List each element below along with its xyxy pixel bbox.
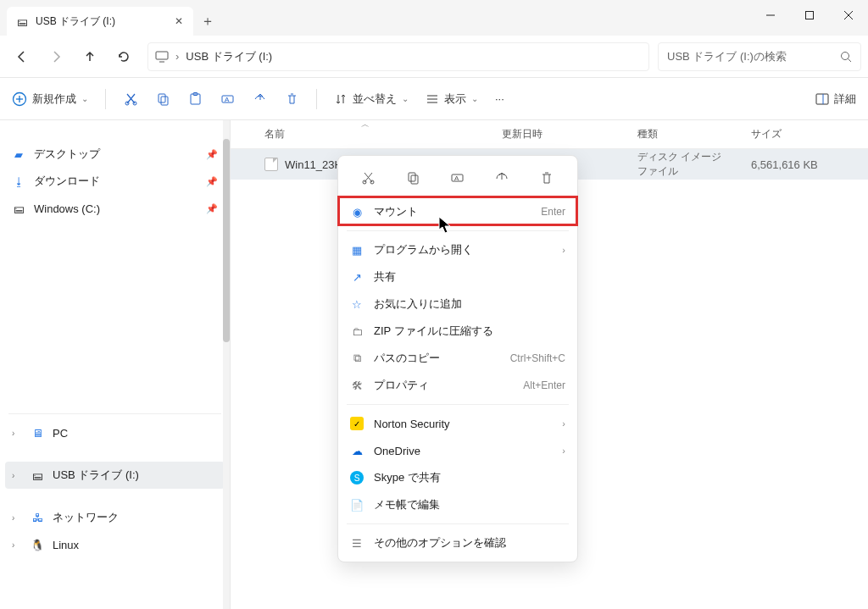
ctx-share[interactable]: ↗ 共有 — [338, 263, 577, 291]
ctx-share-button[interactable] — [488, 164, 515, 191]
iso-file-icon — [264, 158, 278, 171]
column-date[interactable]: 更新日時 — [493, 127, 629, 141]
ctx-skype[interactable]: S Skype で共有 — [338, 464, 577, 491]
sidebar-item-desktop[interactable]: ▰ デスクトップ 📌 — [0, 141, 230, 168]
sidebar-item-downloads[interactable]: ⭳ ダウンロード 📌 — [0, 168, 230, 195]
ctx-open-with[interactable]: ▦ プログラムから開く › — [338, 236, 577, 263]
onedrive-icon: ☁ — [350, 445, 364, 457]
window-close-button[interactable] — [829, 0, 868, 30]
star-icon: ☆ — [350, 298, 364, 311]
ctx-onedrive[interactable]: ☁ OneDrive › — [338, 437, 577, 464]
address-label: USB ドライブ (I:) — [186, 49, 272, 64]
more-button[interactable]: ··· — [495, 92, 504, 105]
new-button[interactable]: 新規作成 ⌄ — [12, 91, 88, 107]
pin-icon: 📌 — [206, 149, 218, 160]
refresh-button[interactable] — [108, 42, 139, 72]
separator — [105, 89, 106, 109]
new-tab-button[interactable]: ＋ — [193, 7, 222, 36]
context-icon-bar: A — [338, 161, 577, 198]
forward-button[interactable] — [41, 42, 71, 72]
chevron-down-icon: ⌄ — [402, 94, 409, 103]
ctx-label: パスのコピー — [374, 351, 500, 366]
address-bar[interactable]: › USB ドライブ (I:) — [147, 42, 649, 71]
chevron-right-icon: › — [12, 540, 20, 550]
ctx-more-options[interactable]: ☰ その他のオプションを確認 — [338, 529, 577, 556]
linux-icon: 🐧 — [31, 539, 44, 551]
ctx-properties[interactable]: 🛠 プロパティ Alt+Enter — [338, 372, 577, 399]
sidebar-item-network[interactable]: › 🖧 ネットワーク — [0, 504, 230, 531]
view-icon — [426, 92, 439, 106]
search-placeholder: USB ドライブ (I:)の検索 — [667, 49, 840, 64]
maximize-button[interactable] — [790, 0, 829, 30]
sidebar-item-label: ネットワーク — [53, 510, 119, 525]
copy-path-icon: ⧉ — [350, 352, 364, 365]
details-icon — [815, 92, 829, 106]
window-controls — [751, 0, 868, 30]
ctx-norton[interactable]: ✓ Norton Security › — [338, 410, 577, 437]
details-pane-button[interactable]: 詳細 — [815, 91, 856, 107]
svg-point-6 — [842, 52, 849, 59]
paste-button[interactable] — [187, 91, 203, 107]
separator — [347, 404, 569, 405]
ctx-mount[interactable]: ◉ マウント Enter — [338, 198, 577, 225]
copy-button[interactable] — [155, 91, 170, 107]
delete-button[interactable] — [284, 91, 299, 107]
cut-button[interactable] — [123, 91, 138, 107]
column-size[interactable]: サイズ — [743, 127, 868, 141]
sort-label: 並べ替え — [353, 91, 397, 107]
sidebar-item-windows-c[interactable]: 🖴 Windows (C:) 📌 — [0, 195, 230, 222]
drive-icon: 🖴 — [17, 15, 29, 28]
scrollbar-thumb[interactable] — [223, 139, 230, 342]
ctx-favorite[interactable]: ☆ お気に入りに追加 — [338, 291, 577, 318]
ctx-zip[interactable]: 🗀 ZIP ファイルに圧縮する — [338, 318, 577, 345]
minimize-button[interactable] — [751, 0, 790, 30]
zip-icon: 🗀 — [350, 325, 364, 338]
svg-rect-1 — [806, 12, 814, 19]
separator — [347, 523, 569, 524]
download-icon: ⭳ — [12, 175, 25, 188]
chevron-right-icon: › — [12, 513, 20, 523]
sidebar: ▰ デスクトップ 📌 ⭳ ダウンロード 📌 🖴 Windows (C:) 📌 ›… — [0, 120, 231, 609]
usb-drive-icon: 🖴 — [31, 469, 44, 482]
tab-active[interactable]: 🖴 USB ドライブ (I:) ✕ — [7, 7, 193, 36]
sort-button[interactable]: 並べ替え ⌄ — [334, 91, 409, 107]
ctx-notepad[interactable]: 📄 メモ帳で編集 — [338, 491, 577, 518]
network-icon: 🖧 — [31, 512, 44, 524]
ctx-copy-path[interactable]: ⧉ パスのコピー Ctrl+Shift+C — [338, 345, 577, 372]
svg-line-7 — [849, 58, 852, 62]
ctx-cut-button[interactable] — [355, 164, 382, 191]
ctx-delete-button[interactable] — [533, 164, 560, 191]
column-headers: 名前 ︿ 更新日時 種類 サイズ — [231, 120, 868, 149]
open-with-icon: ▦ — [350, 244, 364, 257]
separator — [347, 230, 569, 231]
context-menu: A ◉ マウント Enter ▦ プログラムから開く › ↗ 共有 ☆ お気に入… — [337, 155, 578, 562]
sidebar-item-usb[interactable]: › 🖴 USB ドライブ (I:) — [5, 462, 225, 489]
sidebar-scrollbar[interactable] — [223, 120, 230, 609]
sidebar-item-label: PC — [53, 427, 68, 440]
tab-close-icon[interactable]: ✕ — [175, 15, 183, 27]
back-button[interactable] — [7, 42, 37, 72]
notepad-icon: 📄 — [350, 499, 364, 512]
view-button[interactable]: 表示 ⌄ — [426, 91, 478, 107]
ctx-label: Skype で共有 — [374, 470, 565, 485]
column-type[interactable]: 種類 — [629, 127, 743, 141]
ctx-label: Norton Security — [374, 418, 552, 430]
svg-rect-4 — [156, 52, 168, 59]
share-button[interactable] — [252, 91, 267, 107]
rename-button[interactable]: A — [220, 91, 235, 107]
ctx-copy-button[interactable] — [400, 164, 427, 191]
toolbar: 新規作成 ⌄ A 並べ替え ⌄ 表示 ⌄ ··· 詳細 — [0, 78, 868, 120]
sidebar-item-pc[interactable]: › 🖥 PC — [0, 419, 230, 446]
mount-icon: ◉ — [350, 206, 364, 219]
ctx-rename-button[interactable]: A — [444, 164, 471, 191]
up-button[interactable] — [75, 42, 105, 72]
separator — [316, 89, 317, 109]
svg-rect-13 — [159, 94, 165, 102]
search-input[interactable]: USB ドライブ (I:)の検索 — [658, 42, 861, 71]
sidebar-item-label: USB ドライブ (I:) — [53, 468, 139, 483]
sidebar-item-linux[interactable]: › 🐧 Linux — [0, 531, 230, 558]
chevron-right-icon: › — [562, 418, 565, 429]
title-bar: 🖴 USB ドライブ (I:) ✕ ＋ — [0, 0, 868, 36]
column-name[interactable]: 名前 ︿ — [256, 127, 493, 141]
plus-circle-icon — [12, 91, 27, 107]
